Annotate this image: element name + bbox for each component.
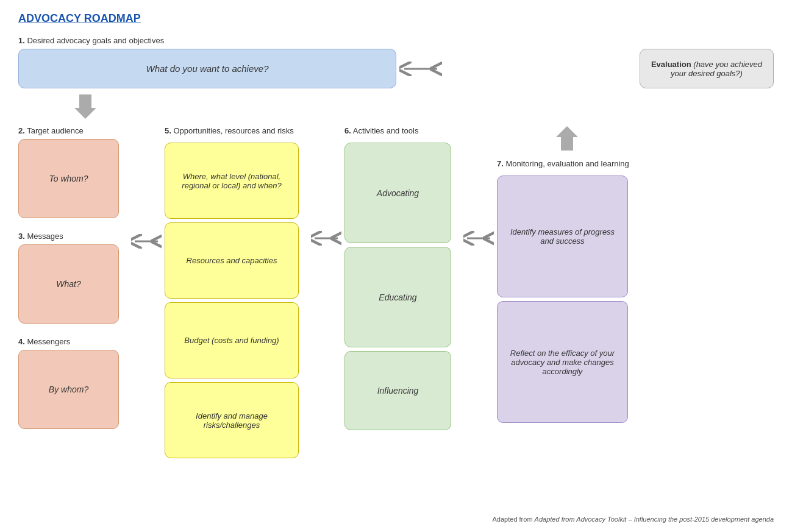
svg-marker-1 bbox=[74, 94, 96, 119]
col1: 2. Target audience To whom? 3. Messages … bbox=[18, 126, 128, 434]
activities-box1: Advocating bbox=[344, 143, 451, 243]
evaluation-box: Evaluation (have you achieved your desir… bbox=[640, 49, 774, 88]
section7-label: 7. Monitoring, evaluation and learning bbox=[497, 159, 637, 168]
section3: 3. Messages What? bbox=[18, 232, 128, 324]
col4: 7. Monitoring, evaluation and learning I… bbox=[497, 126, 637, 423]
monitoring-box2: Reflect on the efficacy of your advocacy… bbox=[497, 301, 628, 423]
goal-box: What do you want to achieve? bbox=[18, 49, 396, 88]
opps-box4: Identify and manage risks/challenges bbox=[165, 382, 299, 458]
messengers-box: By whom? bbox=[18, 350, 119, 429]
section4: 4. Messengers By whom? bbox=[18, 337, 128, 429]
top-row: What do you want to achieve? Evaluation … bbox=[18, 49, 774, 88]
opps-box1: Where, what level (national, regional or… bbox=[165, 143, 299, 219]
section4-label: 4. Messengers bbox=[18, 337, 128, 346]
page-title: ADVOCACY ROADMAP bbox=[18, 12, 774, 25]
section2-label: 2. Target audience bbox=[18, 126, 128, 135]
section3-label: 3. Messages bbox=[18, 232, 128, 241]
footer-text: Adapted from Adapted from Advocacy Toolk… bbox=[493, 516, 774, 523]
opps-box2: Resources and capacities bbox=[165, 222, 299, 299]
section5-label: 5. Opportunities, resources and risks bbox=[165, 126, 308, 135]
section2: 2. Target audience To whom? bbox=[18, 126, 128, 218]
down-arrow bbox=[73, 94, 774, 121]
opps-box3: Budget (costs and funding) bbox=[165, 302, 299, 378]
arrow-col3 bbox=[460, 126, 497, 247]
col2: 5. Opportunities, resources and risks Wh… bbox=[165, 126, 308, 458]
col3: 6. Activities and tools Advocating Educa… bbox=[344, 126, 460, 430]
up-arrow-col4 bbox=[497, 126, 637, 153]
activities-box3: Influencing bbox=[344, 351, 451, 430]
arrow-col2 bbox=[308, 126, 344, 247]
section6-label: 6. Activities and tools bbox=[344, 126, 460, 135]
top-horiz-arrow bbox=[396, 60, 445, 77]
monitoring-box1: Identify measures of progress and succes… bbox=[497, 176, 628, 297]
main-layout: 2. Target audience To whom? 3. Messages … bbox=[18, 126, 774, 458]
activities-box2: Educating bbox=[344, 247, 451, 347]
messages-box: What? bbox=[18, 244, 119, 324]
arrow-col1 bbox=[128, 126, 165, 250]
svg-marker-5 bbox=[556, 126, 578, 151]
target-audience-box: To whom? bbox=[18, 139, 119, 218]
section1-label: 1. Desired advocacy goals and objectives bbox=[18, 36, 774, 45]
